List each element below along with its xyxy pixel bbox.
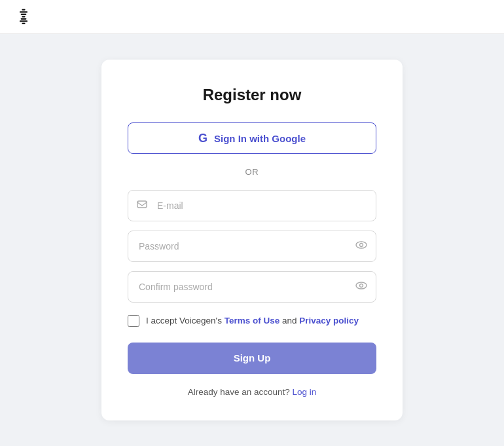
svg-rect-3 xyxy=(22,16,25,17)
svg-rect-2 xyxy=(21,13,27,14)
svg-point-9 xyxy=(360,244,363,247)
confirm-password-input-group xyxy=(128,271,376,303)
header xyxy=(0,0,504,34)
svg-point-8 xyxy=(356,242,367,248)
main-content: Register now G Sign In with Google OR xyxy=(0,34,504,446)
privacy-policy-link[interactable]: Privacy policy xyxy=(299,316,359,325)
terms-prefix: I accept Voicegen's xyxy=(146,316,225,325)
password-input[interactable] xyxy=(128,231,376,262)
terms-row: I accept Voicegen's Terms of Use and Pri… xyxy=(128,314,376,327)
confirm-password-input[interactable] xyxy=(128,271,376,303)
page-title: Register now xyxy=(128,86,376,104)
svg-rect-4 xyxy=(21,18,27,19)
email-input-group xyxy=(128,190,376,221)
confirm-password-toggle-icon[interactable] xyxy=(355,280,367,294)
svg-rect-5 xyxy=(20,20,27,22)
svg-point-11 xyxy=(360,284,363,288)
already-account-text: Already have an account? xyxy=(188,387,290,397)
terms-connector: and xyxy=(279,316,299,325)
terms-checkbox[interactable] xyxy=(128,315,139,327)
password-input-group xyxy=(128,231,376,262)
svg-point-10 xyxy=(356,282,367,289)
google-signin-button[interactable]: G Sign In with Google xyxy=(128,122,376,154)
password-toggle-icon[interactable] xyxy=(355,239,367,253)
login-row: Already have an account? Log in xyxy=(128,387,376,397)
google-icon: G xyxy=(198,132,207,145)
terms-of-use-link[interactable]: Terms of Use xyxy=(225,316,280,325)
register-card: Register now G Sign In with Google OR xyxy=(101,60,403,420)
svg-rect-0 xyxy=(22,9,25,10)
svg-rect-6 xyxy=(22,22,25,24)
svg-rect-1 xyxy=(20,11,27,12)
signup-button[interactable]: Sign Up xyxy=(128,343,376,374)
email-input[interactable] xyxy=(128,190,376,221)
login-link[interactable]: Log in xyxy=(293,387,317,397)
divider: OR xyxy=(128,167,376,177)
terms-text: I accept Voicegen's Terms of Use and Pri… xyxy=(146,314,359,327)
logo xyxy=(13,7,34,28)
google-btn-label: Sign In with Google xyxy=(214,133,306,144)
